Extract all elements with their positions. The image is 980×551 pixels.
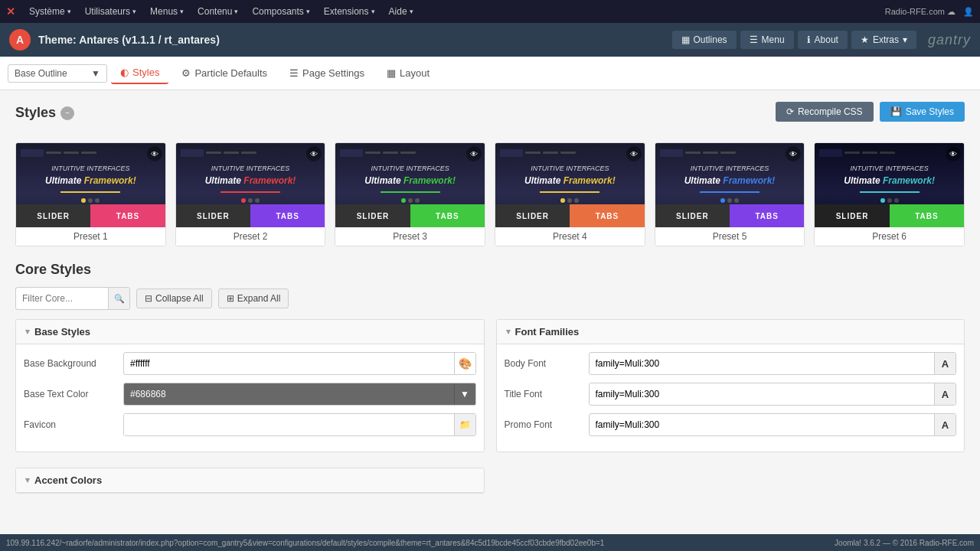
styles-title: Styles: [15, 105, 56, 121]
body-font-input[interactable]: [590, 354, 935, 373]
color-picker-icon: ▼: [460, 389, 469, 399]
preset-card-6[interactable]: INTUITIVE INTERFACES Ultimate Framework!…: [814, 142, 965, 246]
preset-card-5[interactable]: INTUITIVE INTERFACES Ultimate Framework!…: [655, 142, 805, 246]
styles-actions: ⟳ Recompile CSS 💾 Save Styles: [776, 102, 965, 122]
chevron-down-icon: ▾: [410, 8, 413, 15]
preset-1-thumbnail: INTUITIVE INTERFACES Ultimate Framework!…: [16, 143, 165, 227]
nav-item-menus[interactable]: Menus ▾: [144, 3, 190, 20]
menu-icon: ☰: [750, 34, 758, 45]
body-font-label: Body Font: [505, 358, 581, 369]
chevron-down-icon: ▾: [132, 8, 136, 15]
core-styles-toolbar: 🔍 ⊟ Collapse All ⊞ Expand All: [15, 287, 965, 310]
preset-4-thumbnail: INTUITIVE INTERFACES Ultimate Framework!…: [495, 143, 645, 227]
accent-colors-header: ▾ Accent Colors: [16, 468, 484, 493]
recompile-icon: ⟳: [786, 106, 794, 117]
font-families-collapse-arrow[interactable]: ▾: [506, 327, 511, 337]
preset-card-1[interactable]: INTUITIVE INTERFACES Ultimate Framework!…: [15, 142, 166, 246]
menu-button[interactable]: ☰ Menu: [740, 31, 794, 49]
search-button[interactable]: 🔍: [108, 288, 129, 309]
nav-item-aide[interactable]: Aide ▾: [383, 3, 420, 20]
user-icon[interactable]: 👤: [963, 7, 974, 17]
page-icon: ☰: [289, 67, 299, 79]
base-background-input[interactable]: [124, 354, 454, 373]
preset-1-eye-icon[interactable]: 👁: [147, 146, 162, 161]
title-font-input-wrap: A: [589, 383, 957, 406]
base-styles-panel: ▾ Base Styles Base Background 🎨: [15, 319, 485, 452]
expand-icon: ⊞: [227, 293, 234, 304]
theme-actions: ▦ Outlines ☰ Menu ℹ About ★ Extras ▾: [672, 31, 916, 49]
nav-item-composants[interactable]: Composants ▾: [246, 3, 315, 20]
preset-5-thumbnail: INTUITIVE INTERFACES Ultimate Framework!…: [655, 143, 805, 227]
theme-bar: A Theme: Antares (v1.1.1 / rt_antares) ▦…: [0, 23, 980, 57]
title-font-button[interactable]: A: [934, 383, 956, 405]
status-right: Joomla! 3.6.2 — © 2016 Radio-RFE.com: [835, 539, 974, 547]
favicon-input-wrap: 📁: [123, 413, 476, 436]
chevron-down-icon: ▾: [903, 34, 907, 45]
recompile-css-button[interactable]: ⟳ Recompile CSS: [776, 102, 874, 122]
font-families-header: ▾ Font Families: [497, 320, 965, 344]
preset-6-thumbnail: INTUITIVE INTERFACES Ultimate Framework!…: [815, 143, 964, 227]
about-button[interactable]: ℹ About: [798, 31, 848, 49]
favicon-upload-button[interactable]: 📁: [454, 414, 475, 435]
collapse-icon: ⊟: [145, 293, 152, 304]
outline-select[interactable]: Base Outline ▼: [8, 64, 107, 83]
accent-colors-collapse-arrow[interactable]: ▾: [25, 475, 30, 485]
base-background-field-row: Base Background 🎨: [24, 352, 476, 375]
preset-card-2[interactable]: INTUITIVE INTERFACES Ultimate Framework!…: [175, 142, 326, 246]
nav-item-systeme[interactable]: Système ▾: [23, 3, 77, 20]
base-text-color-swatch[interactable]: ▼: [454, 383, 475, 405]
extras-icon: ★: [861, 34, 869, 45]
preset-6-label: Preset 6: [815, 227, 964, 246]
chevron-down-icon: ▾: [67, 8, 71, 15]
theme-title: Theme: Antares (v1.1.1 / rt_antares): [38, 34, 672, 46]
top-nav-items: Système ▾ Utilisateurs ▾ Menus ▾ Contenu…: [23, 3, 885, 20]
font-icon: A: [942, 419, 949, 431]
body-font-input-wrap: A: [589, 352, 957, 375]
layout-icon: ▦: [387, 67, 396, 79]
favicon-label: Favicon: [24, 419, 116, 430]
preset-card-3[interactable]: INTUITIVE INTERFACES Ultimate Framework!…: [335, 142, 485, 246]
preset-3-eye-icon[interactable]: 👁: [466, 146, 482, 161]
promo-font-input[interactable]: [590, 416, 935, 434]
favicon-field-row: Favicon 📁: [24, 413, 476, 436]
base-styles-header: ▾ Base Styles: [16, 320, 484, 344]
base-styles-body: Base Background 🎨 Base Text Color: [16, 344, 484, 452]
font-icon: A: [942, 389, 949, 400]
save-styles-button[interactable]: 💾 Save Styles: [880, 102, 965, 122]
filter-core-input[interactable]: [16, 289, 108, 308]
font-families-body: Body Font A Title Font: [497, 344, 965, 452]
styles-collapse-button[interactable]: −: [60, 106, 74, 120]
promo-font-row: Promo Font A: [505, 413, 957, 436]
styles-icon: ◐: [120, 67, 129, 78]
filter-core-input-wrap: 🔍: [15, 287, 130, 310]
base-text-color-input[interactable]: [124, 385, 454, 403]
styles-top-row: Styles − ⟳ Recompile CSS 💾 Save Styles: [15, 102, 965, 133]
expand-all-button[interactable]: ⊞ Expand All: [218, 289, 289, 308]
nav-item-extensions[interactable]: Extensions ▾: [318, 3, 381, 20]
preset-1-label: Preset 1: [16, 227, 165, 246]
outlines-button[interactable]: ▦ Outlines: [672, 31, 737, 49]
extras-button[interactable]: ★ Extras ▾: [851, 31, 916, 49]
preset-3-label: Preset 3: [335, 227, 485, 246]
collapse-all-button[interactable]: ⊟ Collapse All: [136, 289, 212, 308]
favicon-file-area: [124, 414, 454, 435]
base-background-label: Base Background: [24, 358, 116, 369]
preset-4-eye-icon[interactable]: 👁: [626, 146, 642, 161]
preset-card-4[interactable]: INTUITIVE INTERFACES Ultimate Framework!…: [495, 142, 645, 246]
body-font-button[interactable]: A: [934, 353, 956, 374]
nav-item-contenu[interactable]: Contenu ▾: [191, 3, 244, 20]
base-background-color-swatch[interactable]: 🎨: [454, 353, 475, 374]
title-font-input[interactable]: [590, 385, 935, 403]
tab-page-settings[interactable]: ☰ Page Settings: [280, 63, 374, 83]
base-text-color-field-row: Base Text Color ▼: [24, 383, 476, 406]
status-url: 109.99.116.242/~radiorfe/administrator/i…: [6, 539, 604, 547]
tab-layout[interactable]: ▦ Layout: [377, 63, 439, 83]
chevron-down-icon: ▾: [306, 8, 310, 15]
theme-icon: A: [9, 29, 31, 51]
base-styles-collapse-arrow[interactable]: ▾: [25, 327, 30, 337]
promo-font-button[interactable]: A: [934, 414, 956, 435]
preset-6-eye-icon[interactable]: 👁: [946, 146, 961, 161]
tab-styles[interactable]: ◐ Styles: [111, 62, 168, 84]
tab-particle-defaults[interactable]: ⚙ Particle Defaults: [172, 63, 276, 83]
nav-item-utilisateurs[interactable]: Utilisateurs ▾: [79, 3, 142, 20]
